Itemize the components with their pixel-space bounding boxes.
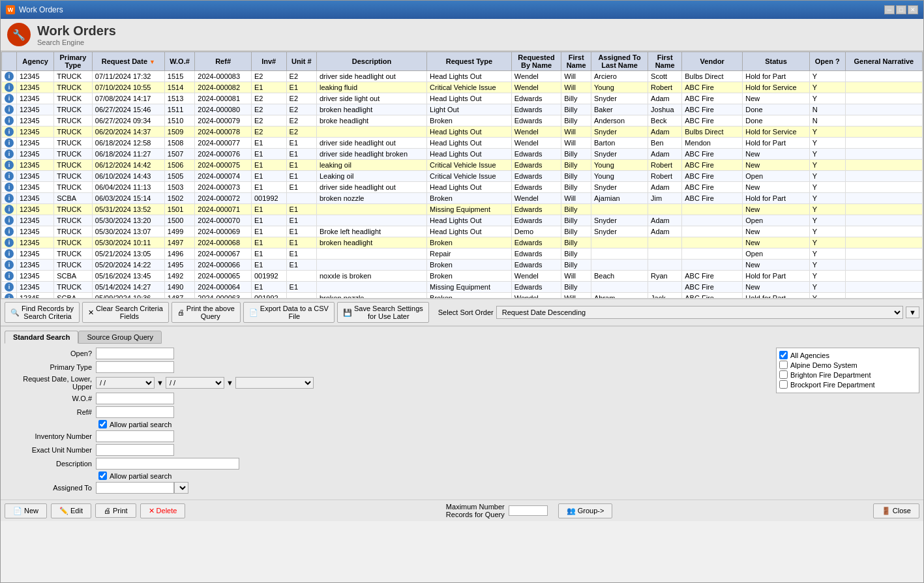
date-preset-select[interactable] (235, 377, 314, 389)
info-icon[interactable]: i (5, 183, 14, 192)
info-icon[interactable]: i (5, 72, 14, 81)
info-icon[interactable]: i (5, 238, 14, 247)
tab-source-group-query[interactable]: Source Group Query (78, 331, 162, 344)
date-lower-select[interactable]: / / (96, 377, 155, 389)
info-icon[interactable]: i (5, 83, 14, 92)
primary-type-input[interactable] (96, 361, 174, 373)
delete-button[interactable]: ✕ Delete (140, 503, 186, 518)
table-row[interactable]: i12345SCBA05/09/2024 10:3614872024-00006… (2, 293, 923, 299)
assigned-dropdown[interactable] (174, 482, 188, 494)
info-icon[interactable]: i (5, 94, 14, 103)
info-icon[interactable]: i (5, 205, 14, 214)
exact-unit-input[interactable] (96, 444, 174, 456)
close-window-button[interactable]: ✕ (908, 5, 918, 14)
wo-input[interactable] (96, 393, 174, 404)
col-unit[interactable]: Unit # (286, 52, 316, 71)
assigned-input[interactable] (96, 482, 174, 494)
col-agency[interactable]: Agency (17, 52, 54, 71)
table-row[interactable]: i12345TRUCK06/12/2024 14:4215062024-0000… (2, 160, 923, 171)
edit-button[interactable]: ✏️ Edit (51, 503, 91, 518)
table-row[interactable]: i12345TRUCK07/10/2024 10:5515142024-0000… (2, 82, 923, 93)
table-row[interactable]: i12345SCBA06/03/2024 15:1415022024-00007… (2, 193, 923, 204)
info-icon[interactable]: i (5, 260, 14, 269)
info-icon[interactable]: i (5, 172, 14, 181)
table-row[interactable]: i12345TRUCK06/10/2024 14:4315052024-0000… (2, 171, 923, 182)
table-row[interactable]: i12345TRUCK07/08/2024 14:1715132024-0000… (2, 93, 923, 104)
info-icon[interactable]: i (5, 227, 14, 236)
col-afname[interactable]: FirstName (648, 52, 682, 71)
table-row[interactable]: i12345TRUCK06/18/2024 11:2715072024-0000… (2, 149, 923, 160)
minimize-button[interactable]: ─ (884, 5, 895, 14)
col-status[interactable]: Status (743, 52, 809, 71)
tab-standard-search[interactable]: Standard Search (5, 331, 78, 344)
desc-input[interactable] (96, 458, 239, 470)
table-row[interactable]: i12345TRUCK06/18/2024 12:5815082024-0000… (2, 138, 923, 149)
close-button[interactable]: 🚪 Close (873, 503, 919, 518)
info-icon[interactable]: i (5, 194, 14, 203)
info-icon[interactable]: i (5, 293, 14, 299)
open-cell: Y (809, 282, 845, 293)
col-assigned[interactable]: Assigned ToLast Name (591, 52, 648, 71)
col-req-type[interactable]: Request Type (427, 52, 512, 71)
export-csv-button[interactable]: 📄 Export Data to a CSVFile (243, 302, 335, 323)
col-type[interactable]: PrimaryType (54, 52, 93, 71)
agency-alpine-demo-checkbox[interactable] (779, 361, 788, 369)
open-input[interactable] (96, 348, 174, 359)
info-icon[interactable]: i (5, 216, 14, 225)
col-req-by[interactable]: RequestedBy Name (511, 52, 561, 71)
group-button[interactable]: 👥 Group-> (558, 503, 613, 518)
info-icon[interactable]: i (5, 271, 14, 280)
inv-label: Inventory Number (5, 432, 96, 440)
table-row[interactable]: i12345TRUCK07/11/2024 17:3215152024-0000… (2, 71, 923, 82)
clear-search-button[interactable]: ✕ Clear Search CriteriaFields (82, 302, 169, 323)
col-open[interactable]: Open ? (809, 52, 845, 71)
allow-partial-checkbox1[interactable] (98, 420, 107, 428)
col-narrative[interactable]: General Narrative (845, 52, 922, 71)
print-button[interactable]: 🖨 Print (95, 503, 136, 518)
table-row[interactable]: i12345TRUCK05/30/2024 10:1114972024-0000… (2, 237, 923, 248)
max-records-input[interactable]: 1000 (509, 505, 548, 516)
info-icon[interactable]: i (5, 249, 14, 258)
col-vendor[interactable]: Vendor (682, 52, 743, 71)
table-row[interactable]: i12345TRUCK06/20/2024 14:3715092024-0000… (2, 127, 923, 138)
agency-brighton-fire-checkbox[interactable] (779, 370, 788, 379)
assigned-cell (591, 282, 648, 293)
table-row[interactable]: i12345TRUCK05/30/2024 13:0714992024-0000… (2, 226, 923, 237)
info-icon[interactable]: i (5, 105, 14, 114)
find-records-button[interactable]: 🔍 Find Records bySearch Criteria (5, 302, 80, 323)
table-row[interactable]: i12345TRUCK05/21/2024 13:0514962024-0000… (2, 248, 923, 260)
col-fname[interactable]: FirstName (561, 52, 591, 71)
ref-input[interactable] (96, 406, 174, 418)
table-row[interactable]: i12345TRUCK06/27/2024 09:3415102024-0000… (2, 115, 923, 127)
allow-partial-checkbox2[interactable] (98, 471, 107, 480)
table-row[interactable]: i12345TRUCK06/27/2024 15:4615112024-0000… (2, 104, 923, 115)
col-inv[interactable]: Inv# (251, 52, 286, 71)
info-icon[interactable]: i (5, 149, 14, 158)
table-row[interactable]: i12345TRUCK06/04/2024 11:1315032024-0000… (2, 182, 923, 193)
table-row[interactable]: i12345TRUCK05/30/2024 13:2015002024-0000… (2, 215, 923, 226)
info-icon[interactable]: i (5, 160, 14, 170)
date-upper-select[interactable]: / / (166, 377, 224, 389)
agency-brockport-fire-checkbox[interactable] (779, 380, 788, 389)
info-icon[interactable]: i (5, 116, 14, 125)
col-wo[interactable]: W.O.# (164, 52, 194, 71)
table-row[interactable]: i12345TRUCK05/20/2024 14:2214952024-0000… (2, 260, 923, 271)
print-query-button[interactable]: 🖨 Print the aboveQuery (171, 302, 241, 323)
table-row[interactable]: i12345SCBA05/16/2024 13:4514922024-00006… (2, 271, 923, 282)
info-icon[interactable]: i (5, 138, 14, 147)
col-date[interactable]: Request Date ▼ (92, 52, 164, 71)
maximize-button[interactable]: □ (896, 5, 906, 14)
info-cell: i (2, 248, 17, 260)
table-row[interactable]: i12345TRUCK05/31/2024 13:5215012024-0000… (2, 204, 923, 215)
sort-dropdown-button[interactable]: ▼ (906, 306, 919, 318)
col-ref[interactable]: Ref# (195, 52, 252, 71)
new-button[interactable]: 📄 New (5, 503, 47, 518)
sort-order-select[interactable]: Request Date Descending (496, 306, 903, 319)
agency-all-agencies-checkbox[interactable] (779, 351, 788, 359)
info-icon[interactable]: i (5, 282, 14, 292)
col-desc[interactable]: Description (316, 52, 426, 71)
info-icon[interactable]: i (5, 127, 14, 136)
inv-input[interactable] (96, 430, 174, 442)
table-row[interactable]: i12345TRUCK05/14/2024 14:2714902024-0000… (2, 282, 923, 293)
save-settings-button[interactable]: 💾 Save Search Settingsfor Use Later (337, 302, 429, 323)
